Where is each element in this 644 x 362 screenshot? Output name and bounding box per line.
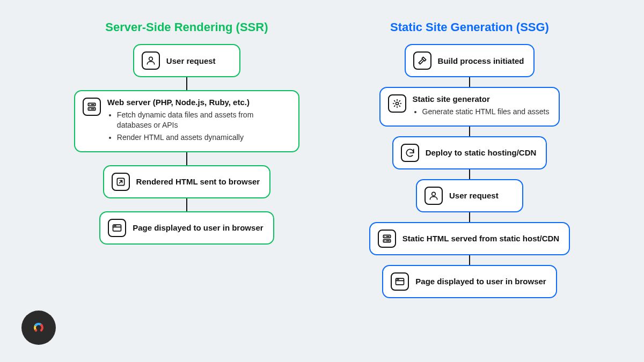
ssg-step: Build process initiated — [405, 44, 535, 77]
step-bullets: Generate static HTML files and assets — [413, 107, 550, 119]
step-title: Page displayed to user in browser — [415, 277, 546, 286]
ssr-step: Rendered HTML sent to browser — [103, 165, 271, 198]
ssr-step: Page displayed to user in browser — [99, 211, 274, 245]
ssr-step: User request — [133, 44, 240, 77]
step-title: Page displayed to user in browser — [133, 223, 263, 232]
step-bullet: Generate static HTML files and assets — [422, 107, 550, 117]
gear-icon — [388, 94, 406, 113]
step-body: Static site generatorGenerate static HTM… — [413, 94, 550, 119]
ssr-column: Server-Side Rendering (SSR) User request… — [74, 20, 299, 298]
step-title: User request — [449, 191, 499, 200]
server-icon — [83, 98, 101, 116]
step-title: Web server (PHP, Node.js, Ruby, etc.) — [107, 98, 289, 107]
user-icon — [425, 187, 443, 205]
step-title: Deploy to static hosting/CDN — [426, 148, 537, 157]
connector — [186, 152, 187, 165]
step-title: Rendered HTML sent to browser — [136, 177, 260, 186]
step-body: Deploy to static hosting/CDN — [426, 144, 537, 162]
step-body: User request — [166, 51, 216, 70]
hammer-icon — [413, 51, 431, 70]
connector — [469, 169, 470, 179]
ssg-title: Static Site Generation (SSG) — [390, 20, 549, 34]
ssg-column: Static Site Generation (SSG) Build proce… — [369, 20, 570, 298]
ssg-step: User request — [416, 179, 523, 212]
ssg-step: Static site generatorGenerate static HTM… — [379, 87, 560, 127]
connector — [469, 77, 470, 87]
contentful-logo — [21, 311, 56, 345]
ssr-step: Web server (PHP, Node.js, Ruby, etc.)Fet… — [74, 90, 299, 152]
connector — [186, 198, 187, 211]
connector — [469, 255, 470, 265]
step-bullets: Fetch dynamic data files and assets from… — [107, 110, 289, 145]
step-title: Build process initiated — [438, 56, 524, 65]
step-body: Static HTML served from static host/CDN — [402, 230, 559, 248]
step-title: Static HTML served from static host/CDN — [402, 234, 559, 243]
svg-point-13 — [35, 324, 37, 326]
step-body: Web server (PHP, Node.js, Ruby, etc.)Fet… — [107, 98, 289, 145]
send-icon — [112, 173, 130, 191]
step-title: Static site generator — [413, 94, 550, 104]
step-title: User request — [166, 56, 216, 65]
connector — [469, 212, 470, 222]
ssr-steps: User requestWeb server (PHP, Node.js, Ru… — [74, 44, 299, 245]
step-body: Page displayed to user in browser — [133, 219, 263, 237]
ssg-step: Static HTML served from static host/CDN — [369, 222, 570, 255]
ssg-steps: Build process initiatedStatic site gener… — [369, 44, 570, 298]
server-icon — [378, 230, 396, 248]
step-bullet: Render HTML and assets dynamically — [117, 132, 289, 143]
browser-icon — [108, 219, 126, 237]
ssr-title: Server-Side Rendering (SSR) — [105, 20, 268, 34]
step-body: User request — [449, 187, 499, 205]
step-bullet: Fetch dynamic data files and assets from… — [117, 110, 289, 130]
sync-icon — [401, 144, 419, 162]
svg-point-14 — [35, 329, 37, 331]
step-body: Page displayed to user in browser — [415, 272, 546, 291]
user-icon — [142, 51, 160, 70]
connector — [469, 127, 470, 136]
step-body: Rendered HTML sent to browser — [136, 173, 260, 191]
browser-icon — [391, 272, 409, 291]
step-body: Build process initiated — [438, 51, 524, 70]
diagram-columns: Server-Side Rendering (SSR) User request… — [0, 0, 644, 298]
connector — [186, 77, 187, 90]
ssg-step: Page displayed to user in browser — [382, 265, 557, 298]
ssg-step: Deploy to static hosting/CDN — [392, 136, 547, 169]
